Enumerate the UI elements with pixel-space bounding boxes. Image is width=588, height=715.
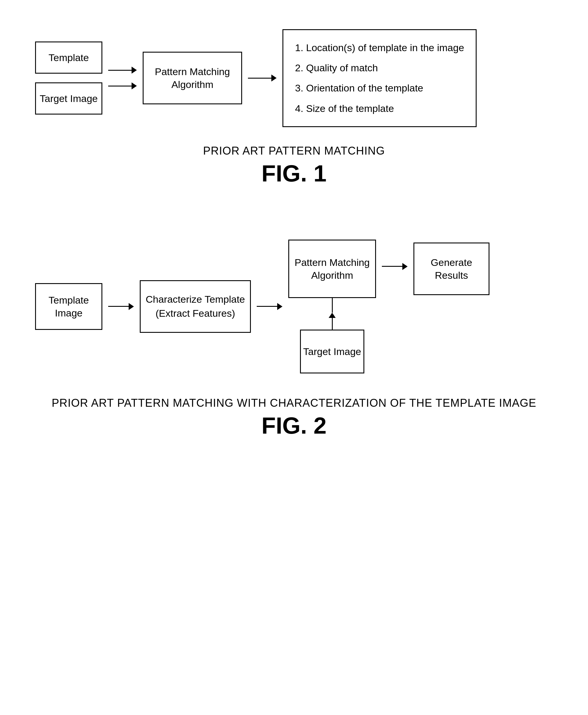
characterize-box: Characterize Template (Extract Features) xyxy=(140,280,251,333)
arrows-to-algo xyxy=(108,67,137,89)
fig2-caption-text: PRIOR ART PATTERN MATCHING WITH CHARACTE… xyxy=(23,397,565,409)
output-item-3: 3. Orientation of the template xyxy=(295,79,464,97)
template-image-box: Template Image xyxy=(35,283,102,330)
target-image-box: Target Image xyxy=(35,82,102,114)
output-item-1: 1. Location(s) of template in the image xyxy=(295,39,464,57)
arrowhead-up xyxy=(329,313,336,318)
output-item-4: 4. Size of the template xyxy=(295,100,464,117)
output-arrow-line xyxy=(248,78,271,79)
template-label: Template xyxy=(48,52,89,63)
generate-label: Generate Results xyxy=(414,256,488,282)
algo-with-target: Pattern Matching Algorithm Target Image xyxy=(288,240,376,373)
diagram2: Template Image Characterize Template (Ex… xyxy=(23,240,565,373)
arrow-a-g-line xyxy=(382,266,402,267)
diagram1: Template Target Image Pattern M xyxy=(23,29,565,127)
fig2-number: FIG. 2 xyxy=(23,412,565,439)
algo-label: Pattern Matching Algorithm xyxy=(144,65,241,91)
arrow-char-to-algo xyxy=(257,303,282,310)
arrow2-line xyxy=(108,86,131,86)
fig1-caption-text: PRIOR ART PATTERN MATCHING xyxy=(23,145,565,157)
fig1-section: Template Target Image Pattern M xyxy=(23,18,565,187)
arrow-to-output xyxy=(248,74,277,82)
fig1-caption: PRIOR ART PATTERN MATCHING FIG. 1 xyxy=(23,145,565,187)
algo2-label: Pattern Matching Algorithm xyxy=(289,256,375,282)
arrow-algo-to-gen xyxy=(382,263,407,270)
diagram2-main-row: Template Image Characterize Template (Ex… xyxy=(35,240,489,373)
target-section: Target Image xyxy=(300,298,364,373)
algo-box2: Pattern Matching Algorithm xyxy=(288,240,376,298)
arrow-t-c-line xyxy=(108,306,129,307)
target-box2: Target Image xyxy=(300,330,364,373)
page: Template Target Image Pattern M xyxy=(0,0,588,715)
output-arrow-head xyxy=(271,74,277,82)
arrow1 xyxy=(108,67,137,74)
arrow1-line xyxy=(108,70,131,71)
arrow1-head xyxy=(131,67,137,74)
template-image-label: Template Image xyxy=(36,294,102,319)
arrow-t-c-head xyxy=(129,303,134,310)
template-box: Template xyxy=(35,42,102,74)
input-boxes: Template Target Image xyxy=(35,42,102,114)
arrow-c-a-head xyxy=(277,303,282,310)
output-item-2: 2. Quality of match xyxy=(295,59,464,77)
arrow2-head xyxy=(131,82,137,89)
algo-box: Pattern Matching Algorithm xyxy=(143,52,242,104)
output-box: 1. Location(s) of template in the image … xyxy=(282,29,477,127)
fig1-number: FIG. 1 xyxy=(23,160,565,187)
generate-box: Generate Results xyxy=(414,242,489,295)
arrow2 xyxy=(108,82,137,89)
v-line-down xyxy=(332,318,333,330)
characterize-label: Characterize Template (Extract Features) xyxy=(141,292,250,320)
fig2-section: Template Image Characterize Template (Ex… xyxy=(23,240,565,439)
target-image-label: Target Image xyxy=(40,93,98,104)
arrow-a-g-head xyxy=(402,263,407,270)
v-line-up xyxy=(332,298,333,313)
target-image2-label: Target Image xyxy=(303,345,361,358)
arrow-template-to-char xyxy=(108,303,134,310)
fig2-caption: PRIOR ART PATTERN MATCHING WITH CHARACTE… xyxy=(23,397,565,439)
arrow-c-a-line xyxy=(257,306,277,307)
